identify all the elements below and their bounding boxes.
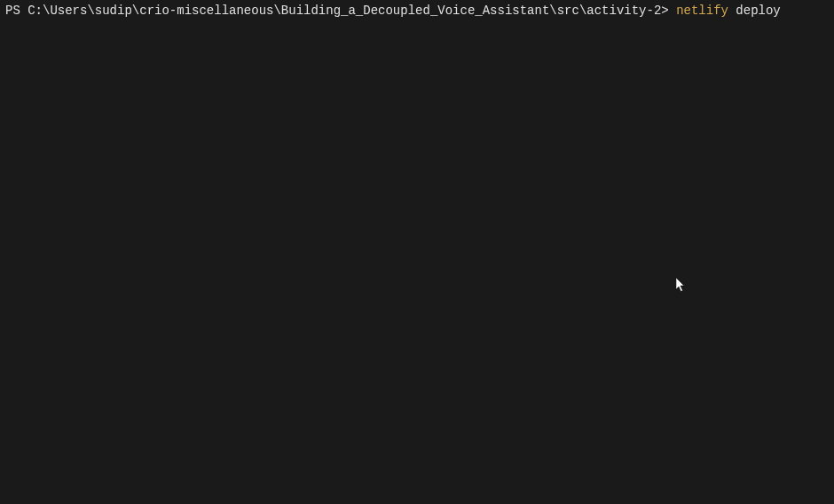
mouse-cursor-icon — [676, 278, 687, 294]
terminal-command-line[interactable]: PS C:\Users\sudip\crio-miscellaneous\Bui… — [0, 0, 834, 21]
command-args: deploy — [728, 4, 781, 18]
prompt-path: PS C:\Users\sudip\crio-miscellaneous\Bui… — [5, 4, 676, 18]
command-executable: netlify — [676, 4, 728, 18]
